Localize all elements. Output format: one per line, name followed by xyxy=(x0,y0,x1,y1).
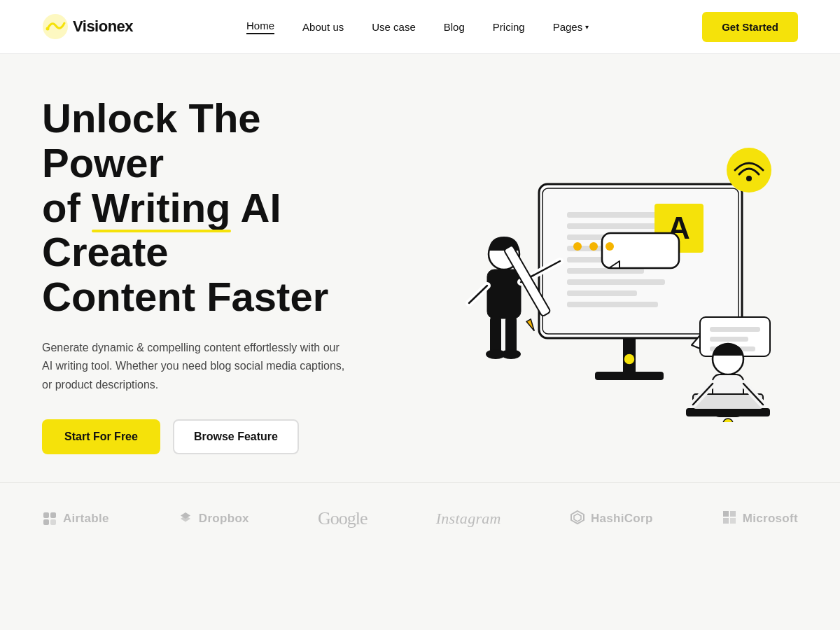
partner-dropbox-label: Dropbox xyxy=(199,512,249,526)
svg-rect-18 xyxy=(602,233,679,268)
dropbox-icon xyxy=(178,510,193,528)
partner-airtable: Airtable xyxy=(42,511,109,526)
partner-hashicorp: HashiCorp xyxy=(570,510,653,528)
get-started-button[interactable]: Get Started xyxy=(702,12,798,42)
svg-point-21 xyxy=(589,242,598,251)
svg-rect-51 xyxy=(43,512,49,518)
partner-instagram-label: Instagram xyxy=(436,510,501,528)
nav-home[interactable]: Home xyxy=(246,20,274,34)
hero-content: Unlock The Power of Writing AI Create Co… xyxy=(42,96,392,454)
hero-title: Unlock The Power of Writing AI Create Co… xyxy=(42,96,392,319)
nav-blog[interactable]: Blog xyxy=(444,21,465,33)
microsoft-icon xyxy=(722,510,737,528)
hero-buttons: Start For Free Browse Feature xyxy=(42,419,392,454)
svg-rect-13 xyxy=(567,279,665,285)
svg-rect-32 xyxy=(490,316,501,354)
partner-microsoft: Microsoft xyxy=(722,510,798,528)
svg-rect-60 xyxy=(730,518,736,524)
svg-point-22 xyxy=(606,242,614,251)
svg-rect-57 xyxy=(723,511,729,517)
partners-section: Airtable Dropbox Google Instagram HashiC… xyxy=(0,482,840,554)
nav-pricing[interactable]: Pricing xyxy=(493,21,525,33)
hero-illustration: A xyxy=(420,128,798,422)
start-free-button[interactable]: Start For Free xyxy=(42,419,160,454)
logo-text: Visionex xyxy=(73,18,133,36)
svg-marker-56 xyxy=(574,514,581,522)
chevron-down-icon: ▾ xyxy=(585,23,589,31)
svg-rect-15 xyxy=(567,302,658,307)
partner-google: Google xyxy=(318,508,368,529)
partner-microsoft-label: Microsoft xyxy=(743,512,798,526)
airtable-icon xyxy=(42,511,57,526)
svg-rect-5 xyxy=(595,372,664,380)
nav-usecase[interactable]: Use case xyxy=(372,21,416,33)
partner-instagram: Instagram xyxy=(436,510,501,528)
svg-rect-31 xyxy=(487,270,521,318)
hero-description: Generate dynamic & compelling content ef… xyxy=(42,339,350,394)
svg-point-24 xyxy=(746,176,752,181)
browse-feature-button[interactable]: Browse Feature xyxy=(173,419,299,454)
svg-rect-52 xyxy=(50,512,56,518)
svg-rect-33 xyxy=(505,316,517,354)
svg-rect-27 xyxy=(710,327,760,332)
partner-google-label: Google xyxy=(318,508,368,529)
hero-svg-image: A xyxy=(420,128,798,422)
svg-point-23 xyxy=(727,148,771,192)
svg-point-20 xyxy=(573,242,582,251)
partner-hashicorp-label: HashiCorp xyxy=(591,512,653,526)
svg-line-39 xyxy=(469,286,487,303)
bottom-space xyxy=(0,554,840,630)
svg-point-35 xyxy=(501,349,521,359)
svg-rect-8 xyxy=(567,223,658,229)
logo[interactable]: Visionex xyxy=(42,13,133,40)
svg-point-1 xyxy=(46,27,50,31)
partner-airtable-label: Airtable xyxy=(63,512,109,526)
svg-rect-58 xyxy=(730,511,736,517)
hero-section: Unlock The Power of Writing AI Create Co… xyxy=(0,54,840,482)
svg-rect-14 xyxy=(567,290,637,296)
nav-links: Home About us Use case Blog Pricing Page… xyxy=(246,20,589,34)
partner-dropbox: Dropbox xyxy=(178,510,249,528)
svg-point-46 xyxy=(723,419,733,422)
navbar: Visionex Home About us Use case Blog Pri… xyxy=(0,0,840,54)
svg-marker-41 xyxy=(526,319,537,332)
logo-icon xyxy=(42,13,69,40)
svg-point-6 xyxy=(624,354,635,365)
svg-rect-54 xyxy=(50,519,56,525)
nav-about[interactable]: About us xyxy=(302,21,344,33)
nav-pages[interactable]: Pages ▾ xyxy=(553,21,589,33)
svg-rect-28 xyxy=(710,337,748,342)
hashicorp-icon xyxy=(570,510,585,528)
svg-rect-53 xyxy=(43,519,49,525)
svg-rect-59 xyxy=(723,518,729,524)
